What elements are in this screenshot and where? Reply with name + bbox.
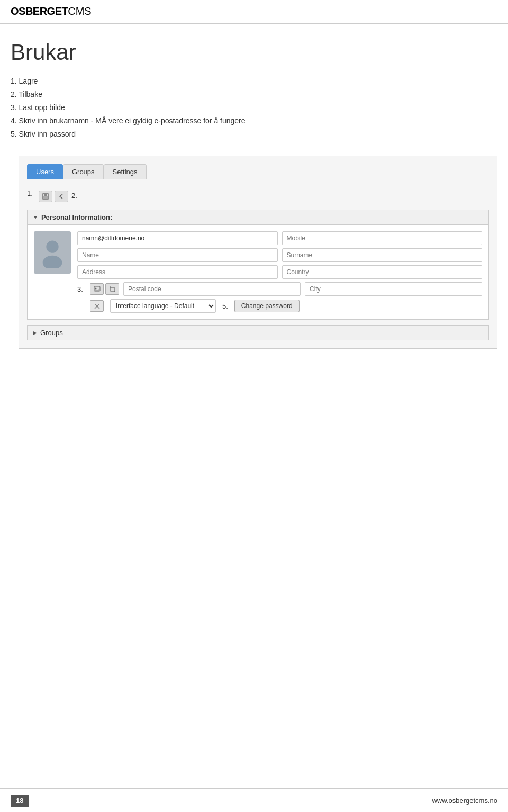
page-title: Brukar (11, 40, 497, 65)
form-row-4: 3. (77, 282, 482, 296)
country-field[interactable] (282, 265, 483, 279)
city-field[interactable] (305, 282, 482, 296)
form-row-2 (77, 248, 482, 262)
address-field[interactable] (77, 265, 278, 279)
change-password-button[interactable]: Change password (234, 300, 300, 312)
collapse-arrow-icon[interactable]: ▼ (33, 214, 38, 220)
upload-image-button[interactable] (90, 283, 104, 295)
toolbar (39, 187, 68, 205)
mobile-field[interactable] (282, 231, 483, 245)
back-icon (58, 193, 65, 200)
instruction-3: 3. Last opp bilde (11, 102, 497, 113)
footer: 18 www.osbergetcms.no (0, 788, 508, 812)
delete-image-button[interactable] (90, 300, 104, 312)
form-row-5: Interface language - Default 5. Change p… (77, 299, 482, 313)
panel-body: 3. (28, 225, 488, 319)
form-row-1 (77, 231, 482, 245)
instruction-1: 1. Lagre (11, 76, 497, 87)
annotation-2: 2. (71, 187, 80, 200)
header: OSBERGETCMS (0, 0, 508, 24)
logo-cms: CMS (68, 5, 91, 17)
panel-header: ▼ Personal Information: (28, 210, 488, 225)
annotation-5-inline: 5. (220, 302, 230, 310)
tab-settings[interactable]: Settings (104, 164, 147, 179)
instruction-5: 5. Skriv inn passord (11, 129, 497, 140)
groups-arrow-icon: ▶ (33, 330, 37, 336)
postal-field[interactable] (123, 282, 301, 296)
annotation-3-inline: 3. (77, 285, 86, 293)
instruction-2: 2. Tilbake (11, 89, 497, 100)
email-field[interactable] (77, 231, 278, 245)
tab-groups[interactable]: Groups (63, 164, 104, 179)
panel-title: Personal Information: (41, 213, 112, 221)
instructions-list: 1. Lagre 2. Tilbake 3. Last opp bilde 4.… (11, 76, 497, 140)
groups-title: Groups (40, 329, 63, 337)
svg-point-3 (46, 241, 58, 253)
tab-users[interactable]: Users (27, 164, 63, 179)
back-button[interactable] (55, 191, 68, 202)
groups-header[interactable]: ▶ Groups (28, 326, 488, 340)
annotation-1: 1. (27, 187, 35, 197)
svg-rect-1 (44, 194, 47, 196)
page-number: 18 (11, 795, 29, 807)
save-button[interactable] (39, 191, 52, 202)
upload-icon (94, 286, 101, 293)
delete-icon (94, 303, 101, 310)
language-select[interactable]: Interface language - Default (110, 299, 216, 313)
form-row-3 (77, 265, 482, 279)
tabs-bar: Users Groups Settings (27, 164, 489, 179)
avatar-image (39, 237, 66, 268)
ui-screenshot-area: Users Groups Settings 1. (19, 156, 497, 349)
surname-field[interactable] (282, 248, 483, 262)
toolbar-row: 1. 2. (27, 187, 489, 205)
form-section: 3. (77, 231, 482, 313)
crop-image-button[interactable] (105, 283, 119, 295)
crop-icon (109, 286, 116, 293)
image-upload-buttons (90, 283, 119, 295)
name-field[interactable] (77, 248, 278, 262)
logo-osberget: OSBERGET (11, 5, 68, 17)
instruction-4: 4. Skriv inn brukarnamn - MÅ vere ei gyl… (11, 115, 497, 127)
svg-rect-7 (111, 287, 114, 291)
svg-point-4 (43, 256, 62, 268)
personal-info-panel: ▼ Personal Information: (27, 210, 489, 320)
main-content: Brukar 1. Lagre 2. Tilbake 3. Last opp b… (0, 24, 508, 381)
avatar (34, 231, 71, 274)
groups-panel: ▶ Groups (27, 325, 489, 340)
save-icon (42, 193, 49, 200)
svg-rect-2 (43, 196, 48, 199)
footer-url: www.osbergetcms.no (432, 797, 497, 805)
